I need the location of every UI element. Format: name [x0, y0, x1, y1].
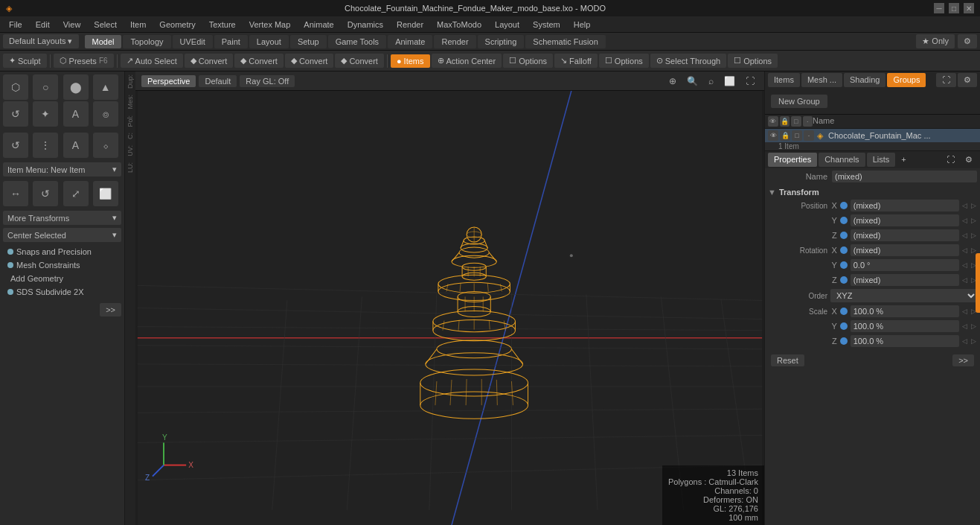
toolbar-btn-convert-3[interactable]: ◆ Convert	[285, 54, 334, 68]
tool-scale[interactable]: ⤢	[63, 181, 89, 206]
scale-z-input[interactable]	[851, 335, 959, 347]
mode-tab-uvedit[interactable]: UVEdit	[173, 35, 213, 48]
more-transforms-dropdown[interactable]: More Transforms ▾	[3, 211, 121, 225]
snaps-precision-item[interactable]: Snaps and Precision	[3, 245, 121, 258]
rot-x-arrow-left[interactable]: ◁	[962, 246, 968, 254]
vp-tab-perspective[interactable]: Perspective	[141, 75, 196, 87]
tab-items[interactable]: Items	[768, 73, 800, 87]
menu-item-file[interactable]: File	[3, 19, 28, 31]
mode-tab-schematic-fusion[interactable]: Schematic Fusion	[525, 35, 605, 48]
menu-item-dynamics[interactable]: Dynamics	[342, 19, 389, 31]
vp-maximize-icon[interactable]: ⛶	[742, 74, 758, 88]
tool-box[interactable]: ⬡	[3, 74, 28, 100]
scale-z-arrow-right[interactable]: ▷	[971, 337, 977, 345]
menu-item-item[interactable]: Item	[124, 19, 152, 31]
sculpt-button[interactable]: ✦ Sculpt	[3, 54, 47, 68]
rot-y-input[interactable]	[851, 259, 959, 271]
reset-button[interactable]: Reset	[771, 354, 804, 366]
tool-rotate2[interactable]: ↺	[33, 181, 58, 206]
mode-tab-animate[interactable]: Animate	[388, 35, 432, 48]
expand-button[interactable]: >>	[100, 303, 121, 316]
props-tab-channels[interactable]: Channels	[819, 153, 865, 167]
tool-d2[interactable]: A	[63, 133, 89, 158]
toolbar-btn-options-7[interactable]: ☐ Options	[503, 54, 553, 68]
mode-tab-scripting[interactable]: Scripting	[478, 35, 525, 48]
toolbar-btn-options-9[interactable]: ☐ Options	[599, 54, 649, 68]
new-group-button[interactable]: New Group	[771, 95, 827, 108]
center-selected-dropdown[interactable]: Center Selected ▾	[3, 228, 121, 242]
mode-tab-game-tools[interactable]: Game Tools	[328, 35, 387, 48]
mode-tab-paint[interactable]: Paint	[214, 35, 248, 48]
menu-item-help[interactable]: Help	[568, 19, 597, 31]
rot-x-input[interactable]	[851, 244, 959, 256]
add-props-tab-button[interactable]: +	[897, 153, 910, 167]
dot-icon[interactable]: ·	[804, 130, 814, 141]
toolbar-btn-action-center-6[interactable]: ⊕ Action Center	[432, 54, 502, 68]
mode-right-★ Only[interactable]: ★ Only	[916, 34, 955, 48]
menu-item-system[interactable]: System	[527, 19, 566, 31]
vp-tab-default[interactable]: Default	[199, 75, 237, 87]
pos-z-arrow-left[interactable]: ◁	[962, 232, 968, 239]
menu-item-edit[interactable]: Edit	[30, 19, 56, 31]
mode-tab-model[interactable]: Model	[85, 35, 122, 48]
menu-item-texture[interactable]: Texture	[203, 19, 242, 31]
sds-subdivide-item[interactable]: SDS Subdivide 2X	[3, 285, 121, 299]
mode-tab-layout[interactable]: Layout	[249, 35, 289, 48]
item-row-fountain[interactable]: 👁 🔒 □ · ◈ Chocolate_Fountain_Mac ...	[765, 129, 980, 142]
tool-cylinder[interactable]: ⬤	[63, 74, 89, 100]
scale-y-arrow-right[interactable]: ▷	[971, 322, 977, 330]
scale-y-input[interactable]	[851, 320, 959, 332]
order-select[interactable]: XYZ XZY YXZ YZX ZXY ZYX	[830, 289, 977, 302]
pos-y-arrow-left[interactable]: ◁	[962, 217, 968, 224]
tool-circle[interactable]: ⌾	[93, 101, 118, 127]
menu-item-layout[interactable]: Layout	[489, 19, 525, 31]
pos-y-input[interactable]	[851, 214, 959, 226]
vp-orbit-icon[interactable]: ⊕	[665, 74, 680, 88]
item-menu-dropdown[interactable]: Item Menu: New Item ▾	[3, 162, 121, 176]
menu-item-select[interactable]: Select	[88, 19, 123, 31]
menu-item-geometry[interactable]: Geometry	[153, 19, 201, 31]
tool-sphere[interactable]: ○	[33, 74, 58, 100]
mode-tab-topology[interactable]: Topology	[123, 35, 170, 48]
layouts-dropdown[interactable]: Default Layouts ▾	[3, 34, 79, 48]
tool-dots[interactable]: ⋮	[33, 133, 58, 158]
mesh-constraints-item[interactable]: Mesh Constraints	[3, 258, 121, 272]
toolbar-btn-auto-select-0[interactable]: ↗ Auto Select	[121, 54, 183, 68]
rot-z-input[interactable]	[851, 274, 959, 286]
pos-z-arrow-right[interactable]: ▷	[971, 232, 977, 239]
toolbar-btn-select-through-10[interactable]: ⊙ Select Through	[650, 54, 726, 68]
minimize-button[interactable]: ─	[934, 3, 944, 13]
vp-tab-raygl[interactable]: Ray GL: Off	[240, 75, 295, 87]
expand-props-button[interactable]: ⛶	[942, 153, 959, 167]
tab-groups[interactable]: Groups	[887, 73, 926, 87]
vp-zoom-icon[interactable]: 🔍	[683, 74, 702, 88]
sel-icon[interactable]: □	[792, 130, 802, 141]
viewport-canvas[interactable]: X Y Z 13 Items Polygons : Catmull-Clark …	[135, 91, 764, 525]
props-tab-properties[interactable]: Properties	[768, 153, 817, 167]
presets-button[interactable]: ⬡ Presets F6	[54, 54, 114, 68]
menu-item-animate[interactable]: Animate	[298, 19, 339, 31]
toolbar-btn-falloff-8[interactable]: ↘ Falloff	[554, 54, 598, 68]
rot-z-arrow-left[interactable]: ◁	[962, 276, 968, 284]
lock-icon[interactable]: 🔒	[780, 130, 790, 141]
tool-grid2[interactable]: ⬜	[93, 181, 118, 206]
toolbar-btn-convert-1[interactable]: ◆ Convert	[185, 54, 234, 68]
pos-x-input[interactable]	[851, 200, 959, 211]
toolbar-btn-convert-2[interactable]: ◆ Convert	[234, 54, 284, 68]
name-prop-input[interactable]	[832, 171, 977, 182]
tool-rotate[interactable]: ↺	[3, 101, 28, 127]
vp-frame-icon[interactable]: ⬜	[720, 74, 739, 88]
menu-item-view[interactable]: View	[57, 19, 87, 31]
panel-settings-button[interactable]: ⚙	[958, 73, 977, 87]
tool-move[interactable]: ↔	[3, 181, 28, 206]
mode-tab-render[interactable]: Render	[434, 35, 475, 48]
pos-y-arrow-right[interactable]: ▷	[971, 217, 977, 224]
restore-button[interactable]: □	[949, 3, 959, 13]
tool-sculpt[interactable]: ↺	[3, 133, 28, 158]
vp-search-icon[interactable]: ⌕	[705, 74, 717, 88]
toolbar-btn-items-5[interactable]: ● Items	[391, 54, 430, 68]
scale-x-arrow-left[interactable]: ◁	[962, 308, 968, 315]
menu-item-render[interactable]: Render	[391, 19, 429, 31]
settings-props-button[interactable]: ⚙	[961, 153, 977, 167]
tab-shading[interactable]: Shading	[844, 73, 885, 87]
